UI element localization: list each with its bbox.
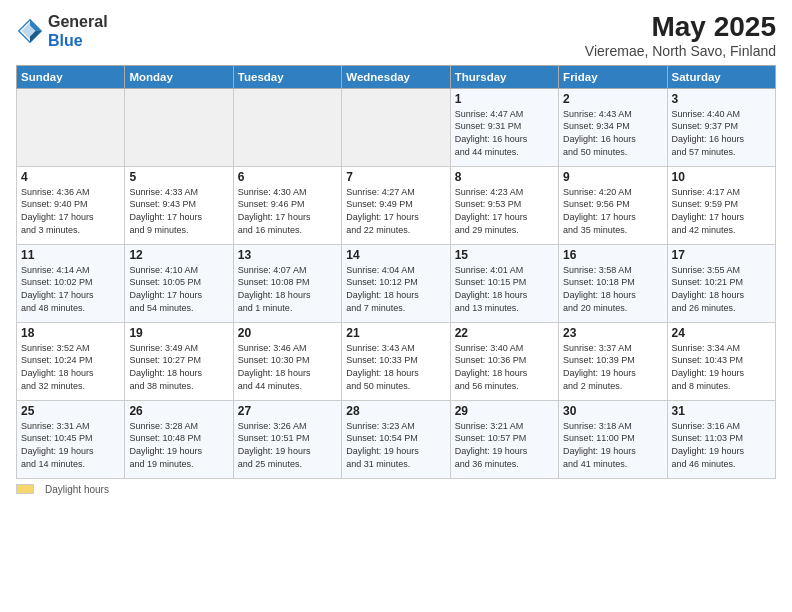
day-number: 15	[455, 248, 554, 262]
day-detail: Sunrise: 3:40 AM Sunset: 10:36 PM Daylig…	[455, 342, 554, 392]
day-detail: Sunrise: 3:37 AM Sunset: 10:39 PM Daylig…	[563, 342, 662, 392]
day-detail: Sunrise: 4:40 AM Sunset: 9:37 PM Dayligh…	[672, 108, 771, 158]
calendar-title: May 2025	[585, 12, 776, 43]
day-number: 1	[455, 92, 554, 106]
week-row-1: 4Sunrise: 4:36 AM Sunset: 9:40 PM Daylig…	[17, 166, 776, 244]
day-number: 29	[455, 404, 554, 418]
col-monday: Monday	[125, 65, 233, 88]
week-row-4: 25Sunrise: 3:31 AM Sunset: 10:45 PM Dayl…	[17, 400, 776, 478]
title-block: May 2025 Vieremae, North Savo, Finland	[585, 12, 776, 59]
calendar-cell: 14Sunrise: 4:04 AM Sunset: 10:12 PM Dayl…	[342, 244, 450, 322]
calendar-cell: 10Sunrise: 4:17 AM Sunset: 9:59 PM Dayli…	[667, 166, 775, 244]
logo-blue: Blue	[48, 32, 83, 49]
day-detail: Sunrise: 3:55 AM Sunset: 10:21 PM Daylig…	[672, 264, 771, 314]
calendar-cell: 2Sunrise: 4:43 AM Sunset: 9:34 PM Daylig…	[559, 88, 667, 166]
calendar-cell: 1Sunrise: 4:47 AM Sunset: 9:31 PM Daylig…	[450, 88, 558, 166]
day-detail: Sunrise: 4:20 AM Sunset: 9:56 PM Dayligh…	[563, 186, 662, 236]
day-number: 4	[21, 170, 120, 184]
calendar-cell: 28Sunrise: 3:23 AM Sunset: 10:54 PM Dayl…	[342, 400, 450, 478]
calendar-cell: 27Sunrise: 3:26 AM Sunset: 10:51 PM Dayl…	[233, 400, 341, 478]
calendar-cell: 8Sunrise: 4:23 AM Sunset: 9:53 PM Daylig…	[450, 166, 558, 244]
day-detail: Sunrise: 4:04 AM Sunset: 10:12 PM Daylig…	[346, 264, 445, 314]
calendar-cell: 3Sunrise: 4:40 AM Sunset: 9:37 PM Daylig…	[667, 88, 775, 166]
day-detail: Sunrise: 3:49 AM Sunset: 10:27 PM Daylig…	[129, 342, 228, 392]
header: General Blue May 2025 Vieremae, North Sa…	[16, 12, 776, 59]
day-number: 14	[346, 248, 445, 262]
week-row-0: 1Sunrise: 4:47 AM Sunset: 9:31 PM Daylig…	[17, 88, 776, 166]
day-detail: Sunrise: 3:28 AM Sunset: 10:48 PM Daylig…	[129, 420, 228, 470]
calendar-cell: 19Sunrise: 3:49 AM Sunset: 10:27 PM Dayl…	[125, 322, 233, 400]
calendar-cell	[233, 88, 341, 166]
calendar-cell: 15Sunrise: 4:01 AM Sunset: 10:15 PM Dayl…	[450, 244, 558, 322]
day-detail: Sunrise: 4:10 AM Sunset: 10:05 PM Daylig…	[129, 264, 228, 314]
calendar-subtitle: Vieremae, North Savo, Finland	[585, 43, 776, 59]
day-number: 20	[238, 326, 337, 340]
day-number: 31	[672, 404, 771, 418]
col-thursday: Thursday	[450, 65, 558, 88]
day-detail: Sunrise: 3:21 AM Sunset: 10:57 PM Daylig…	[455, 420, 554, 470]
day-number: 11	[21, 248, 120, 262]
day-number: 25	[21, 404, 120, 418]
day-number: 28	[346, 404, 445, 418]
day-number: 9	[563, 170, 662, 184]
calendar-cell	[342, 88, 450, 166]
calendar-cell: 16Sunrise: 3:58 AM Sunset: 10:18 PM Dayl…	[559, 244, 667, 322]
col-sunday: Sunday	[17, 65, 125, 88]
calendar-cell: 22Sunrise: 3:40 AM Sunset: 10:36 PM Dayl…	[450, 322, 558, 400]
day-number: 16	[563, 248, 662, 262]
calendar-cell: 31Sunrise: 3:16 AM Sunset: 11:03 PM Dayl…	[667, 400, 775, 478]
day-number: 24	[672, 326, 771, 340]
day-detail: Sunrise: 3:46 AM Sunset: 10:30 PM Daylig…	[238, 342, 337, 392]
day-number: 23	[563, 326, 662, 340]
day-detail: Sunrise: 3:16 AM Sunset: 11:03 PM Daylig…	[672, 420, 771, 470]
day-detail: Sunrise: 3:31 AM Sunset: 10:45 PM Daylig…	[21, 420, 120, 470]
week-row-3: 18Sunrise: 3:52 AM Sunset: 10:24 PM Dayl…	[17, 322, 776, 400]
daylight-bar-icon	[16, 484, 34, 494]
col-wednesday: Wednesday	[342, 65, 450, 88]
day-detail: Sunrise: 4:30 AM Sunset: 9:46 PM Dayligh…	[238, 186, 337, 236]
calendar-cell: 9Sunrise: 4:20 AM Sunset: 9:56 PM Daylig…	[559, 166, 667, 244]
day-detail: Sunrise: 4:47 AM Sunset: 9:31 PM Dayligh…	[455, 108, 554, 158]
day-detail: Sunrise: 3:34 AM Sunset: 10:43 PM Daylig…	[672, 342, 771, 392]
day-number: 21	[346, 326, 445, 340]
footer: Daylight hours	[16, 484, 776, 495]
day-number: 10	[672, 170, 771, 184]
day-detail: Sunrise: 3:58 AM Sunset: 10:18 PM Daylig…	[563, 264, 662, 314]
day-detail: Sunrise: 3:18 AM Sunset: 11:00 PM Daylig…	[563, 420, 662, 470]
day-detail: Sunrise: 4:23 AM Sunset: 9:53 PM Dayligh…	[455, 186, 554, 236]
day-detail: Sunrise: 4:36 AM Sunset: 9:40 PM Dayligh…	[21, 186, 120, 236]
calendar-cell: 20Sunrise: 3:46 AM Sunset: 10:30 PM Dayl…	[233, 322, 341, 400]
calendar-cell: 30Sunrise: 3:18 AM Sunset: 11:00 PM Dayl…	[559, 400, 667, 478]
day-number: 19	[129, 326, 228, 340]
day-detail: Sunrise: 4:14 AM Sunset: 10:02 PM Daylig…	[21, 264, 120, 314]
day-number: 8	[455, 170, 554, 184]
day-detail: Sunrise: 4:17 AM Sunset: 9:59 PM Dayligh…	[672, 186, 771, 236]
day-number: 17	[672, 248, 771, 262]
daylight-label: Daylight hours	[45, 484, 109, 495]
calendar-table: SundayMondayTuesdayWednesdayThursdayFrid…	[16, 65, 776, 479]
day-detail: Sunrise: 4:33 AM Sunset: 9:43 PM Dayligh…	[129, 186, 228, 236]
col-saturday: Saturday	[667, 65, 775, 88]
logo-icon	[16, 17, 44, 45]
day-number: 22	[455, 326, 554, 340]
page: General Blue May 2025 Vieremae, North Sa…	[0, 0, 792, 505]
day-number: 5	[129, 170, 228, 184]
calendar-cell	[125, 88, 233, 166]
logo-general: General	[48, 13, 108, 30]
col-tuesday: Tuesday	[233, 65, 341, 88]
calendar-cell: 11Sunrise: 4:14 AM Sunset: 10:02 PM Dayl…	[17, 244, 125, 322]
day-number: 7	[346, 170, 445, 184]
day-number: 6	[238, 170, 337, 184]
calendar-cell: 25Sunrise: 3:31 AM Sunset: 10:45 PM Dayl…	[17, 400, 125, 478]
logo-text: General Blue	[48, 12, 108, 50]
day-detail: Sunrise: 4:07 AM Sunset: 10:08 PM Daylig…	[238, 264, 337, 314]
day-number: 26	[129, 404, 228, 418]
day-number: 18	[21, 326, 120, 340]
calendar-cell: 5Sunrise: 4:33 AM Sunset: 9:43 PM Daylig…	[125, 166, 233, 244]
day-detail: Sunrise: 3:23 AM Sunset: 10:54 PM Daylig…	[346, 420, 445, 470]
col-friday: Friday	[559, 65, 667, 88]
day-detail: Sunrise: 3:52 AM Sunset: 10:24 PM Daylig…	[21, 342, 120, 392]
calendar-cell: 6Sunrise: 4:30 AM Sunset: 9:46 PM Daylig…	[233, 166, 341, 244]
day-detail: Sunrise: 4:01 AM Sunset: 10:15 PM Daylig…	[455, 264, 554, 314]
calendar-cell: 26Sunrise: 3:28 AM Sunset: 10:48 PM Dayl…	[125, 400, 233, 478]
